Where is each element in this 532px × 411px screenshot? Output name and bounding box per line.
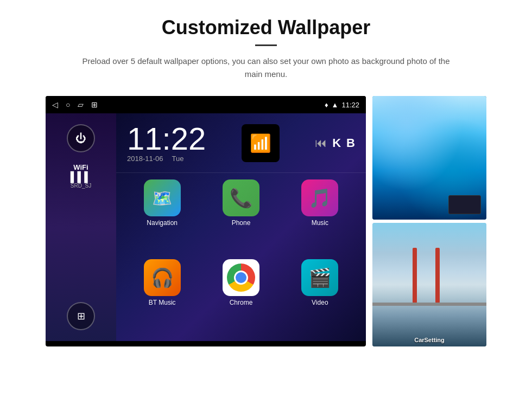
apps-grid-button[interactable]: ⊞ bbox=[67, 302, 95, 330]
clock-section: 11:22 2018-11-06 Tue 📶 ⏮ K B bbox=[116, 113, 366, 173]
page-header: Customized Wallpaper Preload over 5 defa… bbox=[33, 0, 499, 91]
android-center: 11:22 2018-11-06 Tue 📶 ⏮ K B bbox=[116, 113, 366, 341]
back-arrow-icon[interactable]: ◁ bbox=[52, 100, 58, 109]
day-value: Tue bbox=[172, 155, 184, 163]
bridge-tower-right bbox=[435, 248, 440, 304]
clock-date: 2018-11-06 Tue bbox=[127, 155, 206, 163]
wifi-ssid: SRD_SJ bbox=[71, 183, 91, 189]
mini-device-preview bbox=[448, 195, 481, 214]
phone-label: Phone bbox=[232, 219, 251, 227]
wifi-bars-icon: ▌▌▌ bbox=[71, 171, 91, 183]
image-icon[interactable]: ⊞ bbox=[91, 100, 98, 109]
android-screen: ◁ ○ ▱ ⊞ ♦ ▲ 11:22 ⏻ WiFi ▌▌▌ SRD_SJ bbox=[46, 96, 366, 346]
android-sidebar: ⏻ WiFi ▌▌▌ SRD_SJ ⊞ bbox=[46, 113, 116, 341]
page-description: Preload over 5 default wallpaper options… bbox=[76, 55, 456, 81]
location-icon: ♦ bbox=[325, 101, 328, 109]
title-divider bbox=[255, 44, 277, 46]
bridge-road bbox=[372, 303, 486, 306]
clock-time: 11:22 bbox=[127, 123, 206, 155]
bridge-background: CarSetting bbox=[372, 223, 486, 346]
app-item-chrome[interactable]: Chrome bbox=[204, 259, 278, 335]
clock-info: 11:22 2018-11-06 Tue bbox=[127, 123, 206, 163]
date-value: 2018-11-06 bbox=[127, 155, 163, 163]
wifi-label: WiFi bbox=[71, 163, 91, 171]
wifi-widget-box[interactable]: 📶 bbox=[242, 124, 280, 162]
wallpaper-ice-cave[interactable] bbox=[372, 96, 486, 220]
recents-square-icon[interactable]: ▱ bbox=[78, 100, 84, 109]
app-grid: 🗺️ Navigation 📞 Phone 🎵 bbox=[116, 173, 366, 341]
status-bar-left: ◁ ○ ▱ ⊞ bbox=[52, 100, 98, 109]
wifi-signal-icon: 📶 bbox=[250, 133, 271, 153]
status-bar-right: ♦ ▲ 11:22 bbox=[325, 101, 359, 109]
music-label: Music bbox=[312, 219, 328, 227]
power-button[interactable]: ⏻ bbox=[67, 124, 95, 152]
music-icon: 🎵 bbox=[301, 179, 338, 216]
navigation-label: Navigation bbox=[147, 219, 178, 227]
carsetting-label: CarSetting bbox=[372, 337, 486, 343]
prev-track-icon[interactable]: ⏮ bbox=[315, 136, 327, 150]
home-circle-icon[interactable]: ○ bbox=[66, 100, 70, 109]
navigation-icon: 🗺️ bbox=[144, 179, 181, 216]
phone-icon: 📞 bbox=[223, 179, 259, 216]
chrome-label: Chrome bbox=[230, 299, 253, 306]
bt-music-icon: 🎧 bbox=[144, 259, 181, 296]
app-item-video[interactable]: 🎬 Video bbox=[283, 259, 357, 335]
bridge-tower-left bbox=[413, 248, 417, 304]
media-letter-b: B bbox=[346, 136, 355, 150]
video-icon: 🎬 bbox=[301, 259, 338, 296]
android-main: ⏻ WiFi ▌▌▌ SRD_SJ ⊞ 11:22 2018-11-06 bbox=[46, 113, 366, 341]
app-item-music[interactable]: 🎵 Music bbox=[283, 179, 357, 255]
wallpaper-panel: CarSetting bbox=[372, 96, 486, 346]
status-bar: ◁ ○ ▱ ⊞ ♦ ▲ 11:22 bbox=[46, 96, 366, 113]
wallpaper-golden-gate[interactable]: CarSetting bbox=[372, 223, 486, 346]
status-time: 11:22 bbox=[341, 101, 359, 109]
app-item-bt-music[interactable]: 🎧 BT Music bbox=[125, 259, 199, 335]
wifi-widget: WiFi ▌▌▌ SRD_SJ bbox=[71, 163, 91, 189]
chrome-icon bbox=[223, 259, 259, 296]
app-item-navigation[interactable]: 🗺️ Navigation bbox=[125, 179, 199, 255]
page-title: Customized Wallpaper bbox=[76, 16, 456, 39]
content-area: ◁ ○ ▱ ⊞ ♦ ▲ 11:22 ⏻ WiFi ▌▌▌ SRD_SJ bbox=[0, 91, 532, 346]
wifi-icon: ▲ bbox=[332, 101, 339, 109]
app-item-phone[interactable]: 📞 Phone bbox=[204, 179, 278, 255]
media-controls: ⏮ K B bbox=[315, 136, 355, 150]
media-letter-k: K bbox=[332, 136, 341, 150]
bt-music-label: BT Music bbox=[149, 299, 176, 306]
video-label: Video bbox=[312, 299, 328, 306]
